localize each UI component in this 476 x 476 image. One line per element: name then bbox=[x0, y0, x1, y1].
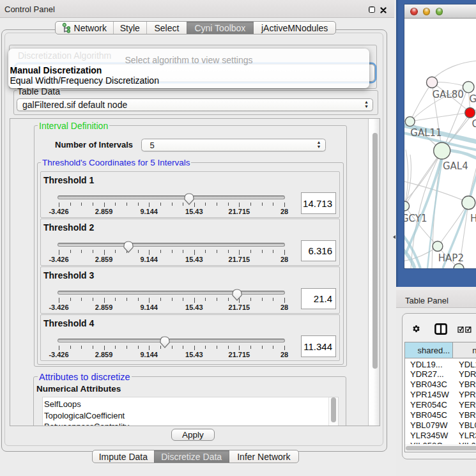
tab-select[interactable]: Select bbox=[147, 22, 186, 34]
slider-track[interactable] bbox=[58, 243, 285, 247]
cell-name: YLR345W bbox=[459, 431, 476, 440]
apply-button[interactable]: Apply bbox=[171, 429, 215, 441]
network-node[interactable] bbox=[461, 196, 475, 209]
table-hscrollbar[interactable] bbox=[405, 444, 476, 452]
slider-thumb[interactable] bbox=[184, 193, 194, 205]
slider-tick bbox=[217, 346, 217, 349]
tab-network[interactable]: Network bbox=[56, 22, 114, 34]
tab-jactivemnodules[interactable]: jActiveMNodules bbox=[254, 22, 335, 34]
network-edge[interactable] bbox=[410, 82, 432, 121]
node-table[interactable]: shared...name YDL19...YDL194WYDR27...YDR… bbox=[404, 342, 476, 452]
slider-thumb[interactable] bbox=[123, 241, 134, 253]
slider-track[interactable] bbox=[58, 196, 285, 199]
table-row[interactable]: YBL079WYBL079W bbox=[405, 419, 476, 429]
column-header-shared-name[interactable]: shared... bbox=[405, 342, 453, 358]
popup-item-equal-width[interactable]: Equal Width/Frequency Discretization bbox=[10, 75, 159, 86]
slider-tick bbox=[205, 346, 206, 349]
cell-name: YPR145W bbox=[459, 390, 476, 399]
network-edge[interactable] bbox=[405, 150, 408, 203]
threshold-value-field[interactable]: 6.316 bbox=[301, 240, 337, 262]
columns-icon[interactable] bbox=[434, 323, 447, 335]
float-icon[interactable] bbox=[369, 6, 375, 13]
slider-tick bbox=[228, 203, 229, 206]
slider-tick bbox=[115, 203, 116, 206]
table-row[interactable]: YER054CYER054C bbox=[405, 399, 476, 410]
slider-tick bbox=[160, 203, 161, 206]
threshold-row-2: Threshold 2-3.4262.8599.14415.4321.71528… bbox=[40, 219, 340, 266]
table-hscrollbar-thumb[interactable] bbox=[406, 446, 476, 451]
network-canvas[interactable]: GAL80G.CGAL11GAL4GCY1HHAP2 bbox=[404, 19, 476, 268]
slider-tick bbox=[239, 203, 240, 208]
slider-tick-label: 15.43 bbox=[185, 208, 203, 215]
slider-tick bbox=[59, 250, 59, 255]
checkbox-icon[interactable] bbox=[457, 326, 472, 333]
attribute-item[interactable]: SelfLoops bbox=[44, 399, 81, 409]
tab-discretize-data[interactable]: Discretize Data bbox=[154, 450, 229, 463]
threshold-value-field[interactable]: 14.713 bbox=[301, 192, 337, 214]
attribute-item[interactable]: TopologicalCoefficient bbox=[44, 411, 125, 420]
slider-tick bbox=[93, 250, 93, 253]
slider-tick bbox=[228, 250, 229, 253]
network-node[interactable] bbox=[426, 77, 437, 88]
slider-tick-label: -3.426 bbox=[49, 256, 68, 263]
table-row[interactable]: YDL19...YDL194W bbox=[405, 358, 476, 369]
interval-definition-title: Interval Definition bbox=[38, 121, 109, 131]
slider-track[interactable] bbox=[58, 291, 285, 295]
cell-shared-name: YBR043C bbox=[410, 380, 447, 389]
number-of-intervals-value: 5 bbox=[142, 141, 155, 150]
slider-tick bbox=[104, 203, 105, 208]
list-scrollbar-thumb[interactable] bbox=[331, 397, 337, 422]
number-of-intervals-combobox[interactable]: 5 ▲▼ bbox=[141, 139, 326, 151]
tab-cyni-toolbox[interactable]: Cyni Toolbox bbox=[187, 22, 254, 34]
gear-icon[interactable] bbox=[412, 325, 420, 333]
numerical-attributes-list[interactable]: SelfLoopsTopologicalCoefficientBetweenne… bbox=[42, 397, 339, 426]
table-row[interactable]: YBR043CYBR043C bbox=[405, 379, 476, 389]
scrollbar-track[interactable] bbox=[368, 119, 380, 426]
network-node[interactable] bbox=[463, 81, 474, 93]
split-collapse-arrow-icon[interactable] bbox=[393, 235, 395, 239]
table-row[interactable]: YDR27...YDR277C bbox=[405, 369, 476, 379]
table-panel-titlebar: Table Panel bbox=[396, 290, 476, 308]
network-window-titlebar[interactable] bbox=[404, 4, 476, 19]
network-node[interactable] bbox=[404, 201, 410, 211]
slider-tick-label: 9.144 bbox=[140, 351, 158, 358]
threshold-value-field[interactable]: 11.344 bbox=[301, 335, 337, 357]
tab-infer-network[interactable]: Infer Network bbox=[229, 450, 298, 463]
network-node[interactable] bbox=[433, 142, 450, 159]
threshold-value-field[interactable]: 21.4 bbox=[301, 288, 337, 310]
network-node[interactable] bbox=[464, 107, 475, 118]
popup-item-manual-discretization[interactable]: Manual Discretization bbox=[10, 65, 102, 75]
zoom-traffic-icon[interactable] bbox=[436, 8, 443, 15]
network-node[interactable] bbox=[405, 116, 415, 126]
slider-thumb[interactable] bbox=[232, 289, 242, 301]
attribute-item[interactable]: BetweennessCentrality bbox=[44, 422, 129, 426]
slider-tick bbox=[138, 203, 139, 206]
slider-tick bbox=[160, 250, 161, 253]
slider-tick bbox=[104, 346, 105, 351]
slider-tick bbox=[239, 346, 240, 351]
network-edge[interactable] bbox=[432, 61, 476, 80]
column-header-name[interactable]: name bbox=[453, 342, 476, 358]
threshold-label: Threshold 3 bbox=[43, 270, 94, 280]
slider-tick bbox=[183, 250, 183, 253]
table-row[interactable]: YLR345WYLR345W bbox=[405, 429, 476, 440]
cell-shared-name: YPR145W bbox=[410, 390, 449, 399]
table-row[interactable]: YPR145WYPR145W bbox=[405, 389, 476, 399]
close-traffic-icon[interactable] bbox=[410, 8, 418, 15]
combo-arrows-icon: ▲▼ bbox=[317, 141, 321, 150]
tab-impute-data[interactable]: Impute Data bbox=[93, 450, 154, 463]
close-icon[interactable] bbox=[380, 7, 387, 13]
network-node[interactable] bbox=[433, 241, 443, 251]
slider-tick bbox=[250, 250, 251, 253]
slider-track[interactable] bbox=[58, 339, 285, 342]
slider-tick bbox=[217, 298, 217, 301]
table-row[interactable]: YBR045CYBR045C bbox=[405, 410, 476, 420]
scrollbar-thumb[interactable] bbox=[372, 133, 378, 369]
minimize-traffic-icon[interactable] bbox=[423, 8, 431, 15]
combo-arrows-icon: ▲▼ bbox=[364, 100, 369, 109]
tab-style[interactable]: Style bbox=[114, 22, 148, 34]
slider-tick bbox=[127, 298, 127, 301]
list-scrollbar[interactable] bbox=[328, 397, 339, 426]
table-data-combobox[interactable]: galFiltered.sif default node ▲▼ bbox=[17, 98, 373, 111]
slider-thumb[interactable] bbox=[160, 336, 170, 348]
